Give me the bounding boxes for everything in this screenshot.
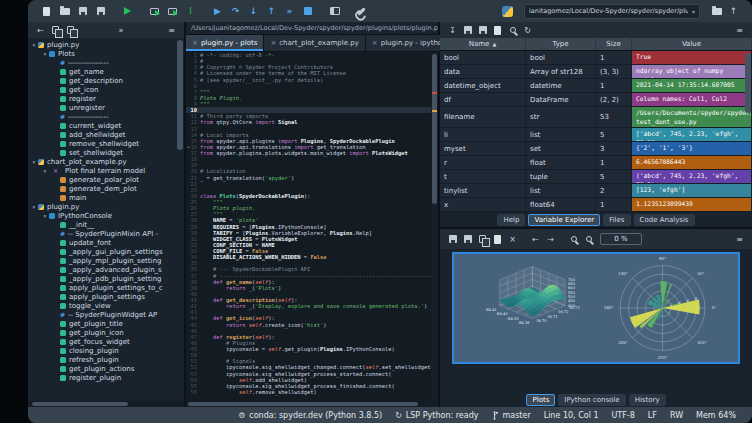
browse-directory-icon[interactable] <box>708 3 725 19</box>
outline-item[interactable]: ▾Plots <box>28 49 184 58</box>
zoom-out-icon[interactable] <box>581 232 596 246</box>
column-header-name[interactable]: Name▲ <box>440 38 526 50</box>
outline-item[interactable]: get_plugin_actions <box>28 364 184 373</box>
outline-item[interactable]: ▾plugin.py <box>28 40 184 49</box>
outline-item[interactable]: main <box>28 193 184 202</box>
editor-tab[interactable]: ×chart_plot_example.py <box>264 35 365 51</box>
caret-icon[interactable]: ▾ <box>41 168 49 174</box>
tab-files[interactable]: Files <box>603 214 630 226</box>
editor-vertical-scrollbar[interactable] <box>431 52 438 401</box>
outline-item[interactable]: update_font <box>28 238 184 247</box>
outline-item[interactable]: remove_shellwidget <box>28 139 184 148</box>
outline-item[interactable]: add_shellwidget <box>28 130 184 139</box>
tab-help[interactable]: Help <box>497 214 525 226</box>
table-row[interactable]: dataArray of str128(3, 3)ndarray object … <box>440 65 752 79</box>
status-item[interactable]: ↻LSP Python: ready <box>395 411 478 420</box>
save-all-plots-icon[interactable] <box>460 232 475 246</box>
column-header-size[interactable]: Size <box>596 38 632 50</box>
save-file-icon[interactable] <box>74 3 91 19</box>
tab-code-analysis[interactable]: Code Analysis <box>634 214 695 226</box>
run-icon[interactable] <box>119 3 136 19</box>
zoom-level[interactable]: 0 % <box>600 233 642 245</box>
outline-item[interactable]: ▾✕Plot final terrain model <box>28 166 184 175</box>
outline-item[interactable]: generate_polar_plot <box>28 175 184 184</box>
caret-icon[interactable]: ▾ <box>41 213 49 219</box>
outline-item[interactable]: apply_plugin_settings <box>28 292 184 301</box>
caret-icon[interactable]: ▾ <box>30 42 38 48</box>
code-line[interactable]: 56 self.remove_shellwidget) <box>186 389 438 395</box>
new-file-icon[interactable] <box>38 3 55 19</box>
save-plot-icon[interactable] <box>445 232 460 246</box>
column-header-type[interactable]: Type <box>526 38 596 50</box>
status-item[interactable]: RW <box>670 411 683 420</box>
caret-icon[interactable]: ▾ <box>41 51 49 57</box>
outline-item[interactable]: apply_plugin_settings_to_c <box>28 283 184 292</box>
outline-item[interactable]: _apply_gui_plugin_settings <box>28 247 184 256</box>
outline-item[interactable]: _apply_advanced_plugin_s <box>28 265 184 274</box>
table-vertical-scrollbar[interactable] <box>745 51 751 210</box>
caret-icon[interactable]: ▾ <box>30 159 38 165</box>
outline-item[interactable]: get_description <box>28 76 184 85</box>
table-row[interactable]: lilist5['abcd', 745, 2.23, 'efgh', 70.2] <box>440 128 752 142</box>
status-item[interactable]: Line 10, Col 1 <box>544 411 599 420</box>
outline-item[interactable]: ▾plugin.py <box>28 202 184 211</box>
outline-item[interactable]: get_plugin_icon <box>28 328 184 337</box>
open-file-icon[interactable] <box>56 3 73 19</box>
tab-history[interactable]: History <box>629 394 666 406</box>
save-data-icon[interactable] <box>460 23 475 37</box>
outline-item[interactable]: __init__ <box>28 220 184 229</box>
run-cell-icon[interactable] <box>146 3 163 19</box>
outline-item[interactable]: _apply_mpl_plugin_setting <box>28 256 184 265</box>
outline-item[interactable]: register <box>28 94 184 103</box>
tab-ipython-console[interactable]: IPython console <box>558 394 625 406</box>
status-item[interactable]: Mem 64% <box>696 411 736 420</box>
outline-item[interactable]: refresh_plugin <box>28 355 184 364</box>
outline-item[interactable]: generate_dem_plot <box>28 184 184 193</box>
go-to-cursor-icon[interactable]: ← <box>33 23 48 37</box>
import-data-icon[interactable]: ↧ <box>445 23 460 37</box>
copy-plot-icon[interactable] <box>475 232 490 246</box>
search-icon[interactable] <box>505 23 520 37</box>
editor-horizontal-scrollbar[interactable] <box>186 401 438 407</box>
save-all-icon[interactable] <box>92 3 109 19</box>
preferences-wrench-icon[interactable] <box>353 3 370 19</box>
code-editor[interactable]: 1# -*- coding: utf-8 -*-2#3# Copyright ©… <box>186 52 438 401</box>
table-row[interactable]: xfloat6411.1235123899439 <box>440 198 752 212</box>
table-row[interactable]: boolbool1True <box>440 51 752 65</box>
editor-tab[interactable]: ×plugin.py - plots <box>186 35 264 51</box>
outline-menu-icon[interactable]: ≡ <box>164 23 179 37</box>
outline-item[interactable]: #---------------- <box>28 112 184 121</box>
save-data-as-icon[interactable] <box>475 23 490 37</box>
matplotlib-figure[interactable]: -84.41-84.40-84.39-84.3836.7036.7136.723… <box>452 252 740 364</box>
zoom-in-icon[interactable] <box>566 232 581 246</box>
outline-vertical-scrollbar[interactable] <box>177 40 183 399</box>
step-over-icon[interactable]: ↷ <box>227 3 244 19</box>
status-item[interactable]: ⚙conda: spyder.dev (Python 3.8.5) <box>238 411 382 420</box>
outline-item[interactable]: #-- SpyderPluginWidget AP <box>28 310 184 319</box>
remove-plot-icon[interactable] <box>490 232 505 246</box>
outline-item[interactable]: set_shellwidget <box>28 148 184 157</box>
table-row[interactable]: rfloat16.46567886443 <box>440 156 752 170</box>
step-into-icon[interactable]: ↓ <box>245 3 262 19</box>
outline-item[interactable]: closing_plugin <box>28 346 184 355</box>
next-plot-icon[interactable]: → <box>543 232 558 246</box>
table-row[interactable]: datetime_objectdatetime12021-04-14 17:35… <box>440 79 752 93</box>
outline-item[interactable]: get_icon <box>28 85 184 94</box>
close-icon[interactable]: × <box>192 39 198 47</box>
outline-item[interactable]: _apply_pdb_plugin_setting <box>28 274 184 283</box>
copy-icon[interactable] <box>48 23 63 37</box>
variable-explorer-menu-icon[interactable]: ≡ <box>732 23 747 37</box>
parent-directory-icon[interactable]: ↑ <box>725 3 742 19</box>
maximize-pane-icon[interactable] <box>326 3 343 19</box>
debug-icon[interactable]: ▶ <box>209 3 226 19</box>
outline-item[interactable]: get_plugin_title <box>28 319 184 328</box>
chevrons-icon[interactable]: » <box>114 23 129 37</box>
run-selection-icon[interactable]: I <box>182 3 199 19</box>
table-row[interactable]: ttuple5('abcd', 745, 2.23, 'efgh', 70.2) <box>440 170 752 184</box>
outline-item[interactable]: get_name <box>28 67 184 76</box>
outline-item[interactable]: get_focus_widget <box>28 337 184 346</box>
step-return-icon[interactable]: ↑ <box>263 3 280 19</box>
column-header-value[interactable]: Value <box>632 38 752 50</box>
stop-icon[interactable] <box>299 3 316 19</box>
outline-item[interactable]: current_widget <box>28 121 184 130</box>
